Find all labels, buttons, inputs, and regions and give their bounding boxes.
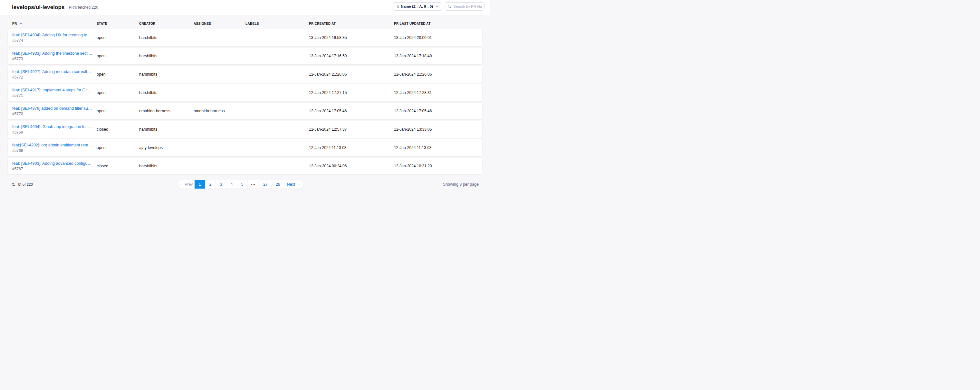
sort-descending-icon [20,23,22,24]
pr-title-link[interactable]: feat: [SEI-4933]: Adding the timezone se… [12,51,97,55]
pr-updated-at: 12-Jan-2024 13:33:05 [394,127,482,132]
pr-created-at: 12-Jan-2024 17:27:15 [309,90,394,95]
pr-number: #5771 [12,93,97,98]
pr-created-at: 12-Jan-2024 12:57:37 [309,127,394,132]
pr-creator: harshilbits [139,54,194,58]
prev-page-button[interactable]: ← Prev [178,180,194,189]
pr-updated-at: 13-Jan-2024 20:00:01 [394,35,482,40]
pr-title-link[interactable]: feat:[SEI-4202]: org admin entitlement r… [12,143,97,147]
pr-row: feat: [SEI-4934]: Adding UX for creating… [8,29,482,46]
pr-creator: ajay-levelops [139,146,194,150]
pr-cell: feat: [SEI-4927]: Adding metadata correc… [12,70,97,79]
pr-number: #5773 [12,57,97,61]
pr-state: open [97,109,139,113]
pr-creator: nmahida-harness [139,109,194,113]
prev-label: Prev [185,182,193,187]
search-icon [447,5,451,8]
pr-row: feat:[SEI-4202]: org admin entitlement r… [8,140,482,156]
column-header-pr-label: PR [12,22,17,25]
page-button-28[interactable]: 28 [272,180,284,189]
pr-cell: feat: [SEI-4917]: Implement 4 steps for … [12,88,97,98]
pr-cell: feat: [SEI-4903]: Adding advanced config… [12,161,97,171]
top-bar: levelops/ui-levelops PR's fetched 220 ↑↓… [0,0,490,15]
next-page-button[interactable]: Next → [284,180,304,189]
pr-cell: feat:[SEI-4202]: org admin entitlement r… [12,143,97,153]
pr-number: #5769 [12,130,97,135]
page-button-2[interactable]: 2 [205,180,216,189]
pr-title-link[interactable]: feat: [SEI-4934]: Adding UX for creating… [12,33,97,37]
pr-cell: feat: [SEI-4876] added on demand filter … [12,106,97,116]
page-button-3[interactable]: 3 [216,180,226,189]
pr-created-at: 12-Jan-2024 11:13:03 [309,146,394,150]
pr-updated-at: 12-Jan-2024 17:28:31 [394,90,482,95]
page-button-1[interactable]: 1 [194,180,205,189]
pr-list-page: { "header": { "title": "levelops/ui-leve… [0,0,490,195]
pr-title-link[interactable]: feat: [SEI-4903]: Adding advanced config… [12,161,97,166]
pr-number: #5768 [12,148,97,153]
table-header: PR STATE CREATOR ASSIGNEE LABELS PR CREA… [12,22,482,25]
pr-updated-at: 12-Jan-2024 11:13:03 [394,146,482,150]
pr-number: #5770 [12,112,97,116]
pr-row: feat: [SEI-4903]: Adding advanced config… [8,158,482,174]
column-header-assignee: ASSIGNEE [194,22,245,25]
header-controls: ↑↓ Name (Z→A, 9→0) [393,2,485,11]
pr-assignee: nmahida-harness [194,109,245,113]
column-header-updated: PR LAST UPDATED AT [394,22,482,25]
pr-created-at: 12-Jan-2024 21:26:06 [309,72,394,76]
search-box [445,2,485,11]
pr-creator: harshilbits [139,90,194,95]
pr-title-link[interactable]: feat: [SEI-4876] added on demand filter … [12,106,97,111]
pr-cell: feat: [SEI-4933]: Adding the timezone se… [12,51,97,61]
right-arrow-icon: → [297,182,301,187]
pr-created-at: 13-Jan-2024 17:16:59 [309,54,394,58]
pr-state: open [97,146,139,150]
per-page-label: Showing 8 per page [443,182,479,187]
column-header-creator: CREATOR [139,22,194,25]
next-label: Next [287,182,295,187]
pr-state: open [97,54,139,58]
pr-row: feat: [SEI-4876] added on demand filter … [8,103,482,119]
pr-row: feat: [SEI-4904]: Gihub app integration … [8,121,482,138]
column-header-pr[interactable]: PR [12,22,97,25]
pr-updated-at: 12-Jan-2024 21:26:06 [394,72,482,76]
pr-created-at: 12-Jan-2024 00:24:06 [309,164,394,168]
column-header-created: PR CREATED AT [309,22,394,25]
pr-title-link[interactable]: feat: [SEI-4927]: Adding metadata correc… [12,70,97,74]
pr-state: open [97,35,139,40]
sort-dropdown[interactable]: ↑↓ Name (Z→A, 9→0) [393,2,442,11]
results-range-label: (1 - 8) of 220 [11,182,33,186]
column-header-labels: LABELS [245,22,309,25]
pr-number: #5772 [12,75,97,79]
pr-state: closed [97,127,139,132]
pr-number: #5774 [12,38,97,43]
pr-cell: feat: [SEI-4904]: Gihub app integration … [12,125,97,135]
pr-row: feat: [SEI-4927]: Adding metadata correc… [8,66,482,83]
pr-creator: harshilbits [139,72,194,76]
pr-title-link[interactable]: feat: [SEI-4917]: Implement 4 steps for … [12,88,97,92]
pr-state: open [97,90,139,95]
pr-updated-at: 12-Jan-2024 10:31:20 [394,164,482,168]
pr-list: feat: [SEI-4934]: Adding UX for creating… [8,29,482,174]
sort-dropdown-value: Name (Z→A, 9→0) [401,5,433,8]
sort-arrows-icon: ↑↓ [396,5,399,8]
pr-state: closed [97,164,139,168]
pr-creator: harshilbits [139,35,194,40]
pr-created-at: 12-Jan-2024 17:05:46 [309,109,394,113]
pr-number: #5767 [12,167,97,171]
search-input[interactable] [453,5,482,8]
pr-creator: harshilbits [139,164,194,168]
page-button-27[interactable]: 27 [259,180,272,189]
page-button-5[interactable]: 5 [237,180,247,189]
pr-title-link[interactable]: feat: [SEI-4904]: Gihub app integration … [12,125,97,129]
column-header-state: STATE [97,22,139,25]
pr-updated-at: 13-Jan-2024 17:18:40 [394,54,482,58]
pagination: ← Prev 12345•••2728 Next → [178,180,304,189]
page-button-4[interactable]: 4 [226,180,237,189]
pr-updated-at: 12-Jan-2024 17:05:46 [394,109,482,113]
pr-creator: harshilbits [139,127,194,132]
page-title: levelops/ui-levelops [12,4,65,11]
pagination-ellipsis: ••• [247,180,259,189]
pr-cell: feat: [SEI-4934]: Adding UX for creating… [12,33,97,43]
pr-created-at: 13-Jan-2024 19:58:35 [309,35,394,40]
pr-row: feat: [SEI-4917]: Implement 4 steps for … [8,84,482,101]
